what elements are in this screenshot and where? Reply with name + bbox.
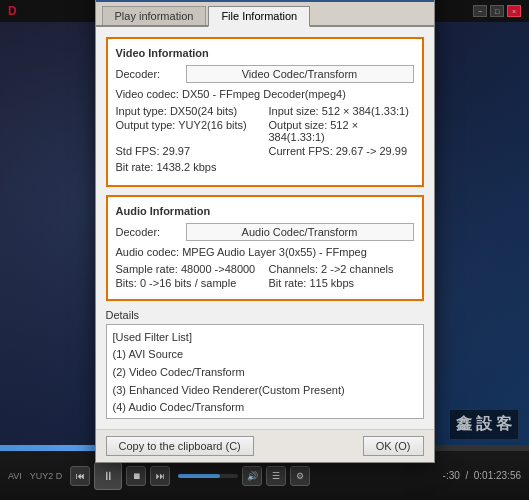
tab-file-info[interactable]: File Information — [208, 6, 310, 27]
top-window-controls: − □ × — [473, 5, 521, 17]
daum-icon: D — [8, 4, 17, 18]
top-minimize-btn[interactable]: − — [473, 5, 487, 17]
audio-decoder-label: Decoder: — [116, 226, 186, 238]
output-type: Output type: YUY2(16 bits) — [116, 119, 261, 143]
watermark: 鑫 設 客 — [449, 409, 519, 440]
input-type: Input type: DX50(24 bits) — [116, 105, 261, 117]
speaker-icon[interactable]: 🔊 — [242, 466, 262, 486]
audio-info-box: Audio Information Decoder: Audio Codec/T… — [106, 195, 424, 301]
detail-line-0: [Used Filter List] — [113, 329, 417, 347]
prev-btn[interactable]: ⏮ — [70, 466, 90, 486]
audio-decoder-row: Decoder: Audio Codec/Transform — [116, 223, 414, 241]
dialog-content: Video Information Decoder: Video Codec/T… — [96, 27, 434, 429]
channels: Channels: 2 ->2 channels — [269, 263, 414, 275]
volume-bar[interactable] — [178, 474, 238, 478]
play-pause-btn[interactable]: ⏸ — [94, 462, 122, 490]
detail-line-2: (2) Video Codec/Transform — [113, 364, 417, 382]
sample-rate: Sample rate: 48000 ->48000 — [116, 263, 261, 275]
video-decoder-row: Decoder: Video Codec/Transform — [116, 65, 414, 83]
std-fps: Std FPS: 29.97 — [116, 145, 261, 157]
tab-play-info[interactable]: Play information — [102, 6, 207, 25]
audio-bits-row: Bits: 0 ->16 bits / sample Bit rate: 115… — [116, 277, 414, 289]
settings-btn[interactable]: ⚙ — [290, 466, 310, 486]
audio-info-title: Audio Information — [116, 205, 414, 217]
ok-btn[interactable]: OK (O) — [363, 436, 424, 456]
audio-sample-row: Sample rate: 48000 ->48000 Channels: 2 -… — [116, 263, 414, 275]
time-current: -:30 — [443, 470, 460, 481]
video-decoder-label: Decoder: — [116, 68, 186, 80]
details-section: Details [Used Filter List] (1) AVI Sourc… — [106, 309, 424, 419]
copy-clipboard-btn[interactable]: Copy to the clipboard (C) — [106, 436, 254, 456]
watermark-text: 鑫 設 客 — [456, 415, 512, 432]
playlist-btn[interactable]: ☰ — [266, 466, 286, 486]
file-info-dialog: D Playing file information − □ × Play in… — [95, 0, 435, 463]
video-info-title: Video Information — [116, 47, 414, 59]
audio-decoder-field[interactable]: Audio Codec/Transform — [186, 223, 414, 241]
detail-line-4: (4) Audio Codec/Transform — [113, 399, 417, 417]
volume-fill — [178, 474, 220, 478]
video-codec-row: Video codec: DX50 - FFmpeg Decoder(mpeg4… — [116, 86, 414, 103]
detail-line-1: (1) AVI Source — [113, 346, 417, 364]
top-restore-btn[interactable]: □ — [490, 5, 504, 17]
stop-btn[interactable]: ⏹ — [126, 466, 146, 486]
details-box[interactable]: [Used Filter List] (1) AVI Source (2) Vi… — [106, 324, 424, 419]
detail-line-3: (3) Enhanced Video Renderer(Custom Prese… — [113, 382, 417, 400]
next-btn[interactable]: ⏭ — [150, 466, 170, 486]
tab-bar: Play information File Information — [96, 2, 434, 27]
audio-bits: Bits: 0 ->16 bits / sample — [116, 277, 261, 289]
video-output-row: Output type: YUY2(16 bits) Output size: … — [116, 119, 414, 143]
avi-label: AVI — [8, 471, 22, 481]
video-info-box: Video Information Decoder: Video Codec/T… — [106, 37, 424, 187]
time-display: -:30 / 0:01:23:56 — [443, 470, 521, 481]
video-input-row: Input type: DX50(24 bits) Input size: 51… — [116, 105, 414, 117]
video-decoder-field[interactable]: Video Codec/Transform — [186, 65, 414, 83]
output-size: Output size: 512 × 384(1.33:1) — [269, 119, 414, 143]
detail-line-5: (5) DirectSound Audio Renderer — [113, 417, 417, 419]
audio-codec-row: Audio codec: MPEG Audio Layer 3(0x55) - … — [116, 244, 414, 261]
audio-bitrate: Bit rate: 115 kbps — [269, 277, 414, 289]
current-fps: Current FPS: 29.67 -> 29.99 — [269, 145, 414, 157]
video-bitrate-row: Bit rate: 1438.2 kbps — [116, 159, 414, 176]
top-close-btn[interactable]: × — [507, 5, 521, 17]
dialog-footer: Copy to the clipboard (C) OK (O) — [96, 429, 434, 462]
details-label: Details — [106, 309, 424, 321]
yuy2-label: YUY2 D — [30, 471, 63, 481]
video-fps-row: Std FPS: 29.97 Current FPS: 29.67 -> 29.… — [116, 145, 414, 157]
input-size: Input size: 512 × 384(1.33:1) — [269, 105, 414, 117]
time-total: 0:01:23:56 — [474, 470, 521, 481]
